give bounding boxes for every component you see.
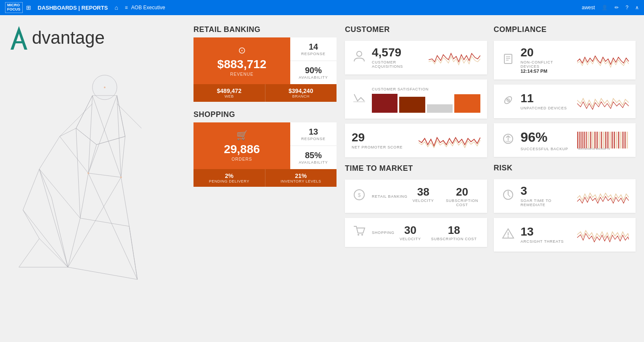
- ttm-shopping-cost-label: SUBSCRIPTION COST: [431, 237, 477, 241]
- shopping-card-bottom: 2% PENDING DELIVERY 21% INVENTORY LEVELS: [193, 169, 337, 187]
- svg-rect-64: [599, 132, 600, 148]
- svg-rect-1: [13, 41, 24, 43]
- svg-point-43: [358, 234, 359, 236]
- svg-rect-62: [594, 132, 596, 148]
- ttm-shopping-category: SHOPPING: [372, 231, 395, 235]
- arcsight-body: 13 ARCSIGHT THREATS: [521, 226, 572, 244]
- left-panel: dvantage: [8, 25, 185, 252]
- svg-line-11: [121, 177, 129, 226]
- ttm-shopping-cost-item: 18 SUBSCRIPTION COST: [431, 224, 477, 241]
- satisfaction-icon: [352, 91, 367, 107]
- svg-line-29: [76, 95, 93, 128]
- svg-line-14: [117, 95, 121, 177]
- dashboard-name[interactable]: AOB Executive: [131, 5, 165, 11]
- svg-line-20: [68, 267, 137, 279]
- compliance-header: COMPLIANCE: [494, 25, 636, 34]
- svg-line-18: [39, 169, 68, 267]
- retail-banking-main: ⊙ $883,712 REVENUE: [193, 37, 290, 84]
- customer-ttm-column: CUSTOMER 4,579 CUSTOMER ACQUISITIONS: [345, 25, 487, 252]
- svg-line-22: [80, 218, 130, 226]
- shopping-section: SHOPPING 🛒 29,886 ORDERS 13 RESPONSE: [193, 110, 337, 187]
- svg-rect-56: [581, 132, 583, 148]
- svg-rect-61: [592, 132, 594, 148]
- svg-rect-55: [579, 132, 580, 148]
- ttm-shopping-velocity-item: 30 VELOCITY: [400, 224, 421, 241]
- svg-rect-77: [627, 132, 628, 148]
- ttm-retail-cost-value: 20: [444, 186, 480, 199]
- ttm-shopping-icon: [352, 225, 367, 240]
- retail-response-label: RESPONSE: [301, 52, 326, 56]
- apps-icon[interactable]: ⊞: [26, 4, 31, 11]
- satisfaction-label: CUSTOMER SATISFACTION: [372, 87, 480, 91]
- svg-rect-60: [590, 132, 591, 148]
- soar-body: 3 SOAR TIME TO REMEDIATE: [521, 185, 572, 207]
- retail-response-value: 14: [309, 42, 318, 52]
- svg-line-10: [68, 218, 80, 268]
- svg-line-36: [68, 177, 121, 267]
- settings-icon[interactable]: ∧: [635, 5, 639, 11]
- user-icon[interactable]: 👤: [602, 5, 608, 11]
- backup-body: 96% SUCCESSFUL BACKUP: [521, 130, 572, 151]
- retail-availability-value: 90%: [305, 66, 322, 75]
- ttm-retail-velocity-value: 38: [413, 186, 434, 199]
- svg-rect-70: [612, 132, 613, 148]
- svg-rect-71: [614, 132, 615, 148]
- shopping-orders-label: ORDERS: [232, 157, 252, 162]
- ttm-retail-icon: $: [352, 188, 367, 204]
- shopping-availability-label: AVAILABILITY: [299, 160, 328, 164]
- edit-icon[interactable]: ✏: [615, 5, 619, 11]
- svg-line-23: [23, 169, 40, 210]
- svg-line-33: [88, 95, 117, 173]
- bandaid-icon: [501, 94, 516, 109]
- shopping-pending-label: PENDING DELIVERY: [199, 179, 260, 183]
- soar-label: SOAR TIME TO REMEDIATE: [521, 199, 572, 207]
- ttm-retail-row: $ RETAIL BANKING 38 VELOCITY 20 SUBSCRIP…: [352, 186, 480, 207]
- warning-icon: [501, 227, 516, 243]
- unpatched-value: 11: [521, 93, 572, 104]
- svg-text:SUCCESSFUL BACKUP 72: SUCCESSFUL BACKUP 72: [578, 148, 610, 150]
- retail-web-label: WEB: [199, 94, 260, 98]
- help-icon[interactable]: ?: [625, 5, 628, 11]
- customer-header: CUSTOMER: [345, 25, 487, 34]
- svg-line-7: [39, 169, 51, 198]
- svg-line-6: [39, 136, 60, 169]
- ttm-retail-cost-label: SUBSCRIPTION COST: [444, 199, 480, 207]
- svg-rect-68: [607, 132, 609, 148]
- ttm-shopping-card: SHOPPING 30 VELOCITY 18 SUBSCRIPTION COS…: [345, 218, 487, 247]
- svg-rect-65: [601, 132, 602, 148]
- home-icon[interactable]: ⌂: [114, 4, 118, 11]
- nav-right: awest 👤 ✏ ? ∧: [582, 5, 639, 11]
- svg-rect-73: [618, 132, 619, 148]
- breadcrumb: ≡ AOB Executive: [125, 5, 165, 11]
- retail-branch-label: BRANCH: [270, 94, 332, 98]
- backup-icon: [501, 133, 516, 148]
- retail-banking-card: ⊙ $883,712 REVENUE 14 RESPONSE 90% AVAIL…: [193, 37, 337, 102]
- ttm-shopping-velocity-label: VELOCITY: [400, 237, 421, 241]
- customer-acq-value: 4,579: [372, 47, 424, 58]
- retail-banking-bottom: $489,472 WEB $394,240 BRANCH: [193, 84, 337, 102]
- svg-line-24: [23, 210, 40, 239]
- svg-text:$: $: [358, 192, 361, 198]
- backup-chart: SUCCESSFUL BACKUP 72: [577, 130, 629, 151]
- arcsight-card: 13 ARCSIGHT THREATS: [494, 218, 636, 252]
- customer-acq-label: CUSTOMER ACQUISITIONS: [372, 60, 424, 69]
- svg-line-16: [60, 136, 88, 173]
- arcsight-value: 13: [521, 226, 572, 238]
- shopping-response-item: 13 RESPONSE: [290, 122, 337, 146]
- bar-4: [454, 94, 480, 113]
- ttm-shopping-cat-label: SHOPPING: [372, 231, 395, 235]
- main-content: dvantage: [0, 15, 644, 262]
- unpatched-body: 11 UNPATCHED DEVICES: [521, 93, 572, 110]
- non-conflict-card: 20 NON-CONFLICT DEVICES 12:14:57 PM: [494, 41, 636, 80]
- brand-logo[interactable]: MICRO FOCUS ⊞: [5, 2, 31, 13]
- svg-rect-58: [586, 132, 587, 148]
- svg-rect-75: [623, 132, 624, 148]
- advantage-logo-icon: [8, 25, 29, 50]
- svg-marker-3: [76, 95, 125, 145]
- svg-line-35: [88, 173, 138, 280]
- non-conflict-value: 20: [521, 47, 572, 58]
- backup-card: 96% SUCCESSFUL BACKUP: [494, 123, 636, 157]
- svg-rect-74: [620, 132, 622, 148]
- soar-value: 3: [521, 185, 572, 197]
- user-name[interactable]: awest: [582, 5, 595, 11]
